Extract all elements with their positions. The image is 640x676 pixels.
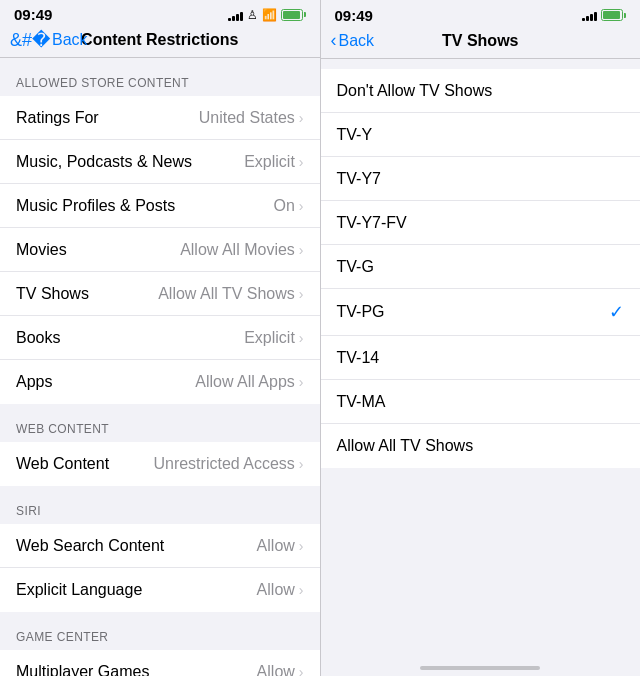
- list-item[interactable]: TV-MA: [321, 380, 641, 424]
- page-title-left: Content Restrictions: [81, 31, 238, 49]
- chevron-right-icon: ›: [299, 198, 304, 214]
- chevron-right-icon: ›: [299, 664, 304, 676]
- item-label: Explicit Language: [16, 581, 142, 599]
- item-value: Allow All Apps ›: [195, 373, 303, 391]
- list-item[interactable]: Multiplayer Games Allow ›: [0, 650, 320, 676]
- top-space-right: [321, 59, 641, 69]
- tv-shows-list: Don't Allow TV Shows TV-Y TV-Y7 TV-Y7-FV…: [321, 69, 641, 468]
- item-value: Allow All TV Shows ›: [158, 285, 303, 303]
- chevron-right-icon: ›: [299, 538, 304, 554]
- list-item[interactable]: TV-14: [321, 336, 641, 380]
- section-header-store: ALLOWED STORE CONTENT: [0, 58, 320, 96]
- list-item[interactable]: Music, Podcasts & News Explicit ›: [0, 140, 320, 184]
- item-label: Ratings For: [16, 109, 99, 127]
- back-label-left: Back: [52, 31, 88, 49]
- tv-item-label: TV-Y7-FV: [337, 214, 407, 232]
- home-bar-right: [420, 666, 540, 670]
- list-item[interactable]: TV-Y7-FV: [321, 201, 641, 245]
- wifi-icon: ♙ 📶: [247, 8, 276, 22]
- bottom-space-right: [321, 468, 641, 648]
- chevron-left-icon: &#�: [10, 29, 50, 51]
- item-label: Multiplayer Games: [16, 663, 149, 676]
- item-value: Allow ›: [257, 663, 304, 676]
- status-bar-right: 09:49: [321, 0, 641, 28]
- list-item[interactable]: TV-G: [321, 245, 641, 289]
- nav-bar-right: ‹ Back TV Shows: [321, 28, 641, 59]
- section-header-web: WEB CONTENT: [0, 404, 320, 442]
- back-button-right[interactable]: ‹ Back: [331, 31, 375, 51]
- status-icons-left: ♙ 📶: [228, 8, 305, 22]
- chevron-right-icon: ›: [299, 582, 304, 598]
- list-item[interactable]: Don't Allow TV Shows: [321, 69, 641, 113]
- chevron-right-icon: ›: [299, 286, 304, 302]
- item-value: United States ›: [199, 109, 304, 127]
- item-label: Music, Podcasts & News: [16, 153, 192, 171]
- chevron-right-icon: ›: [299, 110, 304, 126]
- list-item[interactable]: TV-Y7: [321, 157, 641, 201]
- item-value: Allow ›: [257, 581, 304, 599]
- list-item[interactable]: Allow All TV Shows: [321, 424, 641, 468]
- list-item[interactable]: Apps Allow All Apps ›: [0, 360, 320, 404]
- home-indicator-right: [321, 648, 641, 676]
- tv-item-label: TV-Y: [337, 126, 373, 144]
- right-panel: 09:49 ‹ Back TV Shows Do: [321, 0, 641, 676]
- item-label: Music Profiles & Posts: [16, 197, 175, 215]
- section-header-siri: SIRI: [0, 486, 320, 524]
- list-item[interactable]: Web Content Unrestricted Access ›: [0, 442, 320, 486]
- time-right: 09:49: [335, 7, 373, 24]
- list-item[interactable]: Web Search Content Allow ›: [0, 524, 320, 568]
- list-item[interactable]: Movies Allow All Movies ›: [0, 228, 320, 272]
- tv-item-label: Don't Allow TV Shows: [337, 82, 493, 100]
- tv-item-label: TV-G: [337, 258, 374, 276]
- list-item[interactable]: Ratings For United States ›: [0, 96, 320, 140]
- nav-bar-left: &#� Back Content Restrictions: [0, 27, 320, 58]
- chevron-right-icon: ›: [299, 374, 304, 390]
- chevron-right-icon: ›: [299, 456, 304, 472]
- time-left: 09:49: [14, 6, 52, 23]
- page-title-right: TV Shows: [442, 32, 518, 50]
- item-label: TV Shows: [16, 285, 89, 303]
- list-item[interactable]: Books Explicit ›: [0, 316, 320, 360]
- siri-list: Web Search Content Allow › Explicit Lang…: [0, 524, 320, 612]
- list-item[interactable]: TV-PG ✓: [321, 289, 641, 336]
- game-center-list: Multiplayer Games Allow ›: [0, 650, 320, 676]
- web-content-list: Web Content Unrestricted Access ›: [0, 442, 320, 486]
- status-icons-right: [582, 9, 626, 21]
- signal-icon: [228, 9, 243, 21]
- back-button-left[interactable]: &#� Back: [10, 30, 88, 51]
- item-label: Apps: [16, 373, 52, 391]
- tv-item-label: TV-Y7: [337, 170, 381, 188]
- tv-item-label: TV-MA: [337, 393, 386, 411]
- chevron-left-icon: ‹: [331, 30, 337, 51]
- item-value: Explicit ›: [244, 329, 303, 347]
- item-value: Unrestricted Access ›: [153, 455, 303, 473]
- item-value: On ›: [273, 197, 303, 215]
- back-label-right: Back: [339, 32, 375, 50]
- store-content-list: Ratings For United States › Music, Podca…: [0, 96, 320, 404]
- item-label: Web Content: [16, 455, 109, 473]
- item-value: Allow All Movies ›: [180, 241, 303, 259]
- checkmark-icon: ✓: [609, 301, 624, 323]
- section-header-game: GAME CENTER: [0, 612, 320, 650]
- list-item[interactable]: Explicit Language Allow ›: [0, 568, 320, 612]
- list-item[interactable]: Music Profiles & Posts On ›: [0, 184, 320, 228]
- item-value: Explicit ›: [244, 153, 303, 171]
- item-value: Allow ›: [257, 537, 304, 555]
- tv-item-label: TV-14: [337, 349, 380, 367]
- item-label: Web Search Content: [16, 537, 164, 555]
- chevron-right-icon: ›: [299, 330, 304, 346]
- tv-item-label: TV-PG: [337, 303, 385, 321]
- battery-icon: [281, 9, 306, 21]
- battery-icon: [601, 9, 626, 21]
- chevron-right-icon: ›: [299, 242, 304, 258]
- signal-icon: [582, 9, 597, 21]
- chevron-right-icon: ›: [299, 154, 304, 170]
- tv-item-label: Allow All TV Shows: [337, 437, 474, 455]
- list-item[interactable]: TV Shows Allow All TV Shows ›: [0, 272, 320, 316]
- left-panel: 09:49 ♙ 📶 &#� Back Co: [0, 0, 320, 676]
- list-item[interactable]: TV-Y: [321, 113, 641, 157]
- status-bar-left: 09:49 ♙ 📶: [0, 0, 320, 27]
- item-label: Books: [16, 329, 60, 347]
- item-label: Movies: [16, 241, 67, 259]
